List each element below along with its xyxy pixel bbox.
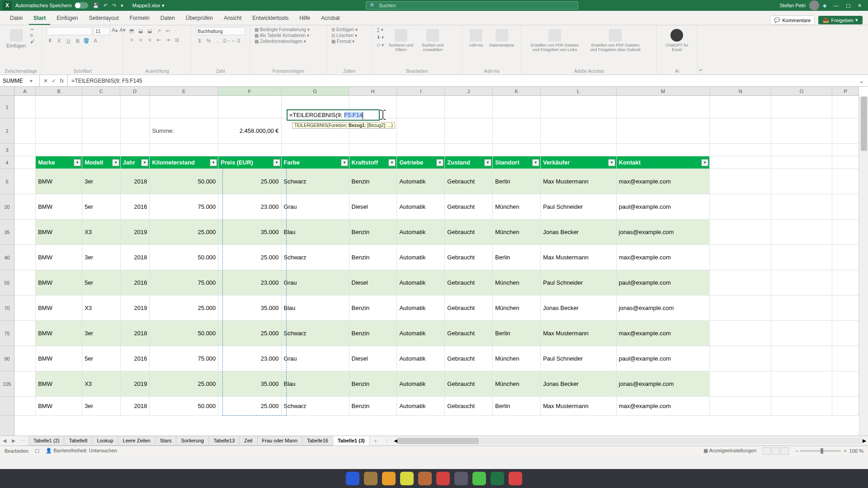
cell-farbe[interactable]: Schwarz [282,321,349,346]
chatgpt-button[interactable]: ChatGPT for Excel [661,27,692,54]
row-header[interactable] [0,397,14,416]
merge-icon[interactable]: ⊟ [173,36,180,43]
cell-kontakt[interactable]: paul@example.com [617,346,710,371]
cell-zustand[interactable]: Gebraucht [445,397,493,416]
cell[interactable] [710,245,771,270]
vertical-scrollbar[interactable] [859,96,868,436]
search-box[interactable]: 🔍 Suchen [366,1,578,9]
cell-preis[interactable]: 35.000 [218,220,281,245]
table-header-farbe[interactable]: Farbe▾ [282,156,349,169]
cell-kontakt[interactable]: jonas@example.com [617,220,710,245]
cell-modell[interactable]: 3er [82,397,120,416]
cancel-icon[interactable]: ✕ [43,78,48,84]
row-header[interactable]: 3 [0,144,14,156]
taskbar-icon[interactable] [364,472,377,485]
copy-icon[interactable]: ⎘ [30,33,35,38]
cell[interactable] [349,144,397,156]
cell[interactable] [541,96,617,118]
taskbar-icon[interactable] [418,472,432,485]
accessibility-status[interactable]: 👤 Barrierefreiheit: Untersuchen [46,448,117,454]
row-header[interactable]: 35 [0,220,14,245]
clear-icon[interactable]: ◇ ▾ [377,42,384,47]
addins-button[interactable]: Add-Ins [467,27,485,49]
bold-icon[interactable]: F [47,37,54,44]
cell[interactable] [771,144,832,156]
filter-button[interactable]: ▾ [608,159,615,166]
cell[interactable] [771,118,832,144]
cell-jahr[interactable]: 2018 [121,397,150,416]
align-left-icon[interactable]: ≡ [128,36,135,43]
cell[interactable] [771,397,832,416]
cell-marke[interactable]: BMW [36,220,82,245]
zoom-in-icon[interactable]: ＋ [843,447,848,454]
taskbar-icon[interactable] [509,472,522,485]
table-header-verkufer[interactable]: Verkäufer▾ [541,156,617,169]
ribbon-tab-datei[interactable]: Datei [5,12,27,25]
cell[interactable] [710,169,771,194]
share-button[interactable]: 📤 Freigeben ▾ [818,16,863,24]
cell-km[interactable]: 50.000 [150,245,218,270]
wrap-text-icon[interactable]: ↩ [164,27,171,34]
sheet-tab[interactable]: Zeit [239,436,257,446]
zoom-out-icon[interactable]: − [795,448,798,454]
cell-marke[interactable]: BMW [36,245,82,270]
cell-preis[interactable]: 23.000 [218,346,281,371]
format-as-table-button[interactable]: ▦ Als Tabelle formatieren ▾ [255,33,309,38]
cell-getriebe[interactable]: Automatik [397,169,445,194]
cell[interactable] [710,96,771,118]
align-bottom-icon[interactable]: ⬓ [146,27,153,34]
cell-km[interactable]: 75.000 [150,270,218,296]
zoom-slider[interactable] [800,450,841,452]
orientation-icon[interactable]: ↗ [155,27,162,34]
cell[interactable] [832,156,859,169]
italic-icon[interactable]: K [56,37,63,44]
cell-kontakt[interactable]: jonas@example.com [617,371,710,397]
column-header-K[interactable]: K [493,87,541,95]
cell[interactable] [14,397,36,416]
cell-standort[interactable]: München [493,194,541,220]
cell[interactable] [36,144,82,156]
filter-button[interactable]: ▾ [532,159,539,166]
cell[interactable] [121,96,150,118]
cell-preis[interactable]: 25.000 [218,397,281,416]
cell-modell[interactable]: X3 [82,371,120,397]
cell[interactable] [493,118,541,144]
cell[interactable] [218,144,281,156]
cell-getriebe[interactable]: Automatik [397,194,445,220]
cut-icon[interactable]: ✂ [30,27,35,32]
cell-standort[interactable]: München [493,371,541,397]
cell-standort[interactable]: Berlin [493,169,541,194]
cell-zustand[interactable]: Gebraucht [445,220,493,245]
cell-jahr[interactable]: 2016 [121,194,150,220]
cell[interactable] [771,220,832,245]
cell-getriebe[interactable]: Automatik [397,245,445,270]
cell-verk[interactable]: Jonas Becker [541,371,617,397]
cell-verk[interactable]: Max Mustermann [541,321,617,346]
cell-km[interactable]: 25.000 [150,371,218,397]
sheet-tab[interactable]: Leere Zeilen [118,436,156,446]
ribbon-tab-einfügen[interactable]: Einfügen [52,12,82,25]
format-cells-button[interactable]: ▦ Format ▾ [331,39,354,44]
cell-verk[interactable]: Max Mustermann [541,169,617,194]
display-settings-button[interactable]: ▦ Anzeigeeinstellungen [703,448,756,454]
cell-km[interactable]: 25.000 [150,220,218,245]
currency-icon[interactable]: $ [196,37,203,44]
chevron-down-icon[interactable]: ▾ [30,78,33,84]
cell[interactable] [282,144,349,156]
cell-kontakt[interactable]: max@example.com [617,245,710,270]
cell[interactable] [150,144,218,156]
zoom-value[interactable]: 100 % [849,448,863,454]
cell-standort[interactable]: München [493,220,541,245]
paste-button[interactable]: Einfügen [5,27,28,50]
cell-verk[interactable]: Paul Schneider [541,346,617,371]
name-box[interactable]: ▾ [0,75,40,86]
cell-jahr[interactable]: 2019 [121,220,150,245]
sheet-tab[interactable]: Lookup [92,436,118,446]
cell[interactable] [710,220,771,245]
cell-preis[interactable]: 25.000 [218,169,281,194]
cell[interactable] [832,245,859,270]
cell[interactable] [771,194,832,220]
cell[interactable] [617,118,710,144]
cell-preis[interactable]: 25.000 [218,245,281,270]
cell[interactable] [14,156,36,169]
